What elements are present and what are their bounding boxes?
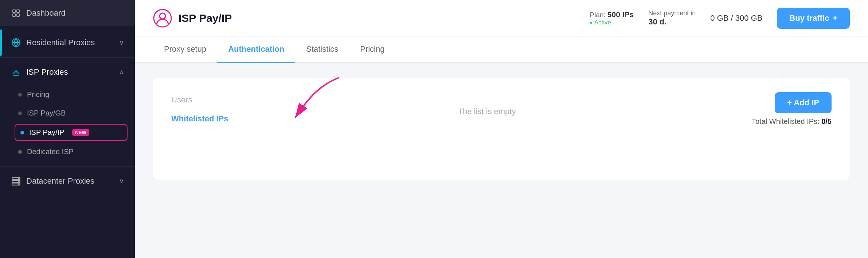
new-badge: NEW bbox=[72, 129, 89, 136]
auth-nav: Users Whitelisted IPs bbox=[171, 92, 244, 126]
sidebar-item-isp-pricing[interactable]: Pricing bbox=[0, 85, 135, 104]
chevron-down-icon: ∨ bbox=[119, 39, 124, 47]
sidebar-item-isp-pay-gb[interactable]: ISP Pay/GB bbox=[0, 104, 135, 122]
tab-statistics[interactable]: Statistics bbox=[295, 36, 349, 63]
header-plan: Plan: 500 IPs Active bbox=[590, 10, 634, 26]
divider-2 bbox=[0, 57, 135, 58]
total-value: 0/5 bbox=[821, 117, 832, 125]
chevron-down-icon-2: ∨ bbox=[119, 177, 124, 185]
dot-icon-4 bbox=[18, 150, 22, 154]
page-title: ISP Pay/IP bbox=[179, 12, 232, 24]
sidebar-item-isp-pay-gb-label: ISP Pay/GB bbox=[27, 109, 66, 117]
isp-icon bbox=[11, 67, 21, 77]
chevron-up-icon: ∧ bbox=[119, 68, 124, 76]
whitelisted-ips-area: The list is empty bbox=[266, 92, 708, 150]
auth-nav-whitelisted-ips[interactable]: Whitelisted IPs bbox=[171, 111, 244, 126]
auth-main: The list is empty + Add IP Total Whiteli… bbox=[266, 92, 832, 150]
add-ip-button[interactable]: + Add IP bbox=[775, 92, 832, 113]
dot-icon-3 bbox=[20, 131, 24, 134]
sidebar: Dashboard Residential Proxies ∨ bbox=[0, 0, 135, 258]
svg-rect-0 bbox=[13, 10, 15, 12]
main-content: ISP Pay/IP Plan: 500 IPs Active Next pay… bbox=[135, 0, 868, 258]
dot-icon bbox=[18, 93, 22, 97]
header-plan-value: 500 IPs bbox=[607, 10, 634, 19]
sidebar-item-dedicated-isp-label: Dedicated ISP bbox=[27, 148, 74, 156]
isp-pay-ip-icon bbox=[153, 9, 172, 28]
auth-card: Users Whitelisted IPs The list is e bbox=[153, 78, 850, 180]
isp-sub-items: Pricing ISP Pay/GB ISP Pay/IP NEW Dedica… bbox=[0, 85, 135, 165]
sidebar-item-isp-pricing-label: Pricing bbox=[27, 90, 49, 99]
sidebar-section-datacenter: Datacenter Proxies ∨ bbox=[0, 168, 135, 194]
right-actions: + Add IP Total Whitelisted IPs: 0/5 bbox=[708, 117, 832, 126]
sidebar-item-dashboard-label: Dashboard bbox=[26, 8, 124, 18]
divider bbox=[0, 28, 135, 28]
svg-point-12 bbox=[160, 13, 165, 19]
sidebar-item-residential-label: Residential Proxies bbox=[26, 38, 114, 47]
content-row: The list is empty + Add IP Total Whiteli… bbox=[266, 92, 832, 150]
sidebar-item-dedicated-isp[interactable]: Dedicated ISP bbox=[0, 142, 135, 161]
svg-rect-1 bbox=[17, 10, 19, 12]
tab-authentication[interactable]: Authentication bbox=[217, 36, 295, 63]
header-next-payment: Next payment in 30 d. bbox=[648, 9, 696, 27]
buy-traffic-label: Buy traffic bbox=[789, 13, 829, 23]
sidebar-item-datacenter-label: Datacenter Proxies bbox=[26, 176, 114, 186]
sidebar-item-isp[interactable]: ISP Proxies ∧ bbox=[0, 59, 135, 85]
dot-icon-2 bbox=[18, 112, 22, 115]
header-next-payment-label: Next payment in bbox=[648, 9, 696, 17]
sidebar-section-isp: ISP Proxies ∧ Pricing ISP Pay/GB ISP Pay… bbox=[0, 59, 135, 165]
sidebar-item-residential[interactable]: Residential Proxies ∨ bbox=[0, 30, 135, 56]
header-traffic: 0 GB / 300 GB bbox=[710, 13, 762, 23]
header-status: Active bbox=[590, 19, 611, 26]
buy-traffic-button[interactable]: Buy traffic + bbox=[777, 8, 850, 29]
svg-point-9 bbox=[19, 181, 19, 181]
buy-traffic-plus: + bbox=[833, 13, 837, 23]
tabs: Proxy setup Authentication Statistics Pr… bbox=[135, 36, 868, 63]
grid-icon bbox=[11, 8, 21, 18]
sidebar-item-datacenter[interactable]: Datacenter Proxies ∨ bbox=[0, 168, 135, 194]
sidebar-item-isp-label: ISP Proxies bbox=[26, 67, 114, 77]
divider-3 bbox=[0, 166, 135, 167]
header: ISP Pay/IP Plan: 500 IPs Active Next pay… bbox=[135, 0, 868, 36]
sidebar-item-dashboard[interactable]: Dashboard bbox=[0, 0, 135, 26]
add-ip-label: + Add IP bbox=[787, 98, 819, 107]
content-area: Users Whitelisted IPs The list is e bbox=[135, 63, 868, 258]
svg-rect-2 bbox=[13, 14, 15, 16]
empty-message: The list is empty bbox=[266, 107, 708, 150]
header-plan-label: Plan: bbox=[590, 11, 605, 19]
total-whitelisted: Total Whitelisted IPs: 0/5 bbox=[752, 117, 832, 126]
svg-point-8 bbox=[19, 178, 19, 179]
residential-icon bbox=[11, 38, 21, 48]
sidebar-item-isp-pay-ip-label: ISP Pay/IP bbox=[29, 128, 64, 137]
datacenter-icon bbox=[11, 176, 21, 186]
tab-proxy-setup[interactable]: Proxy setup bbox=[153, 36, 217, 63]
sidebar-item-isp-pay-ip[interactable]: ISP Pay/IP NEW bbox=[15, 124, 128, 141]
header-logo: ISP Pay/IP bbox=[153, 9, 232, 28]
svg-rect-3 bbox=[17, 14, 19, 16]
tab-pricing[interactable]: Pricing bbox=[349, 36, 395, 63]
header-next-payment-value: 30 d. bbox=[648, 17, 696, 27]
total-label-text: Total Whitelisted IPs: bbox=[752, 117, 820, 125]
header-plan-line: Plan: 500 IPs bbox=[590, 10, 634, 19]
auth-nav-users[interactable]: Users bbox=[171, 92, 244, 107]
svg-point-10 bbox=[19, 184, 19, 184]
